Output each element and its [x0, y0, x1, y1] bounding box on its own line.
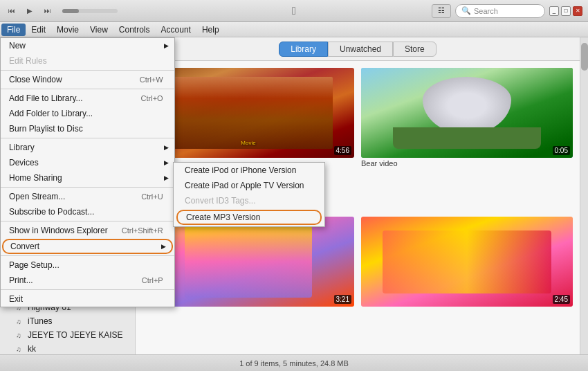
menu-print-label: Print... [9, 275, 33, 285]
menu-item-view[interactable]: View [84, 24, 113, 36]
separator-5 [1, 221, 174, 221]
menu-item-help[interactable]: Help [196, 24, 225, 36]
window-controls: _ □ ✕ [549, 6, 582, 16]
menu-page-setup[interactable]: Page Setup... [1, 257, 174, 273]
menu-add-folder[interactable]: Add Folder to Library... [1, 106, 174, 121]
separator-3 [1, 138, 174, 138]
kk-icon: ♫ [14, 344, 24, 354]
menu-burn-playlist-label: Burn Playlist to Disc [9, 124, 83, 134]
rewind-button[interactable]: ⏮ [6, 5, 18, 17]
submenu-create-mp3-label: Create MP3 Version [186, 212, 260, 222]
separator-6 [1, 255, 174, 256]
tab-store[interactable]: Store [393, 42, 437, 57]
video-3-duration: 3:21 [334, 295, 351, 304]
sidebar-item-kk[interactable]: ♫ kk [0, 342, 135, 354]
itunes-icon: ♫ [14, 316, 24, 326]
menu-print[interactable]: Print... Ctrl+P [1, 273, 174, 288]
separator-7 [1, 289, 174, 290]
menu-burn-playlist[interactable]: Burn Playlist to Disc [1, 121, 174, 136]
menu-new[interactable]: New [1, 38, 174, 53]
submenu-convert-id3: Convert ID3 Tags... [174, 193, 324, 208]
menu-edit-rules: Edit Rules [1, 53, 174, 69]
separator-1 [1, 70, 174, 71]
open-stream-shortcut: Ctrl+U [141, 192, 163, 201]
search-box[interactable]: 🔍 Search [455, 4, 545, 18]
convert-submenu: Create iPod or iPhone Version Create iPa… [173, 162, 325, 227]
search-label: Search [474, 7, 498, 15]
file-menu-overlay: New Edit Rules Close Window Ctrl+W Add F… [0, 37, 175, 307]
menu-page-setup-label: Page Setup... [9, 260, 59, 270]
tab-library[interactable]: Library [279, 42, 328, 57]
menu-home-sharing-label: Home Sharing [9, 173, 62, 183]
menu-add-file-label: Add File to Library... [9, 93, 83, 103]
view-toggle-button[interactable]: ☷ [432, 4, 451, 18]
video-thumb-4: 2:45 [361, 217, 573, 307]
menu-item-file[interactable]: File [1, 24, 26, 36]
scrollbar-thumb[interactable] [581, 43, 588, 71]
menu-close-window[interactable]: Close Window Ctrl+W [1, 72, 174, 87]
menu-item-account[interactable]: Account [156, 24, 196, 36]
forward-button[interactable]: ⏭ [42, 5, 54, 17]
menu-subscribe-podcast[interactable]: Subscribe to Podcast... [1, 204, 174, 219]
sidebar-item-itunes[interactable]: ♫ iTunes [0, 314, 135, 328]
menu-item-movie[interactable]: Movie [51, 24, 84, 36]
video-2-duration: 0:05 [553, 146, 570, 155]
menu-library[interactable]: Library [1, 140, 174, 155]
close-button[interactable]: ✕ [573, 6, 582, 16]
video-item-2[interactable]: 0:05 Bear video [361, 68, 573, 210]
menu-home-sharing[interactable]: Home Sharing [1, 170, 174, 186]
add-file-shortcut: Ctrl+O [141, 94, 163, 102]
submenu-create-ipad-label: Create iPad or Apple TV Version [185, 181, 304, 190]
menu-item-edit[interactable]: Edit [26, 24, 51, 36]
menu-add-file[interactable]: Add File to Library... Ctrl+O [1, 91, 174, 106]
submenu-create-ipad[interactable]: Create iPad or Apple TV Version [174, 178, 324, 193]
scrollbar[interactable] [580, 37, 588, 354]
menu-show-explorer-label: Show in Windows Explorer [9, 226, 108, 235]
apple-logo:  [292, 5, 296, 17]
minimize-button[interactable]: _ [549, 6, 559, 16]
menu-bar: File Edit Movie View Controls Account He… [0, 22, 588, 37]
menu-convert-label: Convert [10, 242, 39, 251]
sidebar-item-itunes-label: iTunes [28, 316, 53, 326]
video-thumb-2: 0:05 [361, 68, 573, 158]
video-2-label: Bear video [361, 158, 573, 169]
submenu-create-ipod-label: Create iPod or iPhone Version [185, 165, 296, 175]
sidebar-item-jeeye[interactable]: ♫ JEEYE TO JEEYE KAISE [0, 328, 135, 342]
menu-exit-label: Exit [9, 294, 23, 304]
menu-library-label: Library [9, 143, 35, 152]
file-dropdown-menu: New Edit Rules Close Window Ctrl+W Add F… [0, 37, 175, 307]
submenu-create-mp3[interactable]: Create MP3 Version [176, 210, 322, 225]
menu-devices[interactable]: Devices [1, 155, 174, 170]
sidebar-item-jeeye-label: JEEYE TO JEEYE KAISE [28, 330, 123, 340]
submenu-create-ipod[interactable]: Create iPod or iPhone Version [174, 163, 324, 178]
search-icon: 🔍 [461, 6, 471, 15]
menu-exit[interactable]: Exit [1, 291, 174, 307]
title-bar: ⏮ ▶ ⏭  ☷ 🔍 Search _ □ ✕ [0, 0, 588, 22]
menu-convert[interactable]: Convert [2, 239, 173, 254]
close-window-shortcut: Ctrl+W [140, 75, 163, 84]
title-bar-right: ☷ 🔍 Search _ □ ✕ [432, 4, 582, 18]
menu-devices-label: Devices [9, 158, 39, 168]
maximize-button[interactable]: □ [561, 6, 571, 16]
video-1-duration: 4:56 [334, 146, 351, 155]
progress-fill [62, 9, 79, 13]
menu-show-explorer[interactable]: Show in Windows Explorer Ctrl+Shift+R [1, 223, 174, 238]
menu-subscribe-podcast-label: Subscribe to Podcast... [9, 207, 94, 217]
separator-2 [1, 89, 174, 89]
tabs-bar: Library Unwatched Store [136, 37, 580, 61]
title-bar-left: ⏮ ▶ ⏭ [6, 5, 118, 17]
menu-item-controls[interactable]: Controls [113, 24, 156, 36]
video-item-4[interactable]: 2:45 [361, 217, 573, 347]
menu-open-stream[interactable]: Open Stream... Ctrl+U [1, 189, 174, 204]
menu-new-label: New [9, 41, 26, 51]
playback-progress[interactable] [62, 9, 118, 13]
jeeye-icon: ♫ [14, 330, 24, 340]
show-explorer-shortcut: Ctrl+Shift+R [122, 226, 163, 235]
play-button[interactable]: ▶ [24, 5, 36, 17]
status-bar: 1 of 9 items, 5 minutes, 24.8 MB [0, 354, 588, 371]
print-shortcut: Ctrl+P [142, 276, 163, 284]
tab-unwatched[interactable]: Unwatched [328, 42, 393, 57]
title-bar-center:  [292, 5, 296, 17]
sidebar-item-kk-label: kk [28, 344, 36, 354]
separator-4 [1, 187, 174, 188]
